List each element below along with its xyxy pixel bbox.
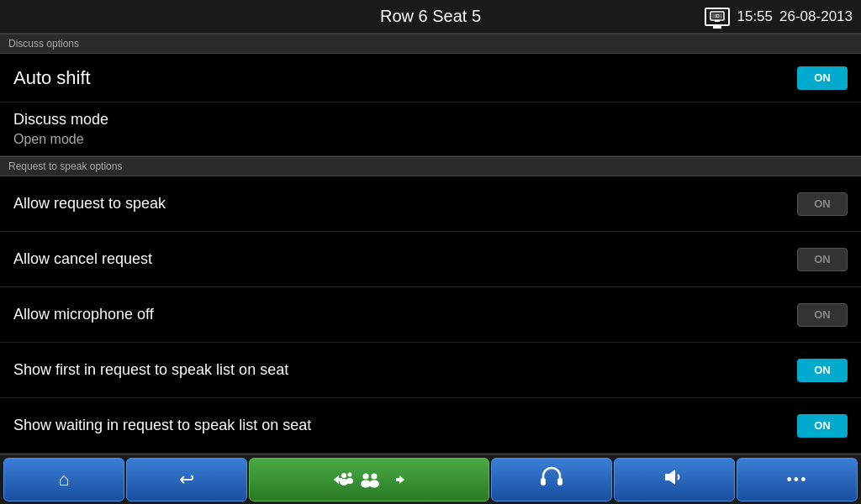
auto-shift-toggle[interactable]: ON: [797, 66, 848, 90]
setting-toggle-allow-cancel[interactable]: ON: [797, 248, 848, 271]
page-title: Row 6 Seat 5: [380, 7, 481, 26]
home-icon: ⌂: [58, 469, 69, 491]
svg-rect-13: [557, 478, 563, 486]
svg-rect-12: [541, 478, 546, 486]
setting-toggle-show-first[interactable]: ON: [797, 359, 848, 382]
svg-point-4: [341, 473, 346, 478]
svg-rect-2: [715, 20, 720, 22]
setting-toggle-show-waiting[interactable]: ON: [797, 414, 848, 438]
setting-row-allow-mic-off[interactable]: Allow microphone offON: [0, 287, 861, 343]
setting-row-show-first[interactable]: Show first in request to speak list on s…: [0, 343, 861, 398]
back-button[interactable]: ↩: [126, 458, 247, 501]
header: Row 6 Seat 5 ID 15:55 26-08-2013: [0, 0, 861, 34]
headphones-icon: [539, 466, 564, 493]
setting-toggle-allow-request[interactable]: ON: [797, 192, 848, 216]
setting-label-show-waiting: Show waiting in request to speak list on…: [13, 417, 311, 434]
header-time: 15:55: [737, 8, 773, 25]
setting-row-allow-cancel[interactable]: Allow cancel requestON: [0, 232, 861, 287]
svg-point-6: [348, 473, 352, 477]
setting-row-show-waiting[interactable]: Show waiting in request to speak list on…: [0, 398, 861, 454]
setting-label-show-first: Show first in request to speak list on s…: [13, 361, 288, 379]
setting-toggle-allow-mic-off[interactable]: ON: [797, 303, 848, 327]
discuss-mode-label: Discuss mode: [13, 111, 848, 129]
svg-point-11: [369, 480, 379, 488]
toolbar: ⌂ ↩: [0, 454, 861, 504]
more-icon: •••: [787, 471, 808, 489]
discuss-options-header: Discuss options: [0, 34, 861, 54]
svg-point-7: [346, 478, 353, 484]
header-date: 26-08-2013: [779, 8, 853, 25]
home-button[interactable]: ⌂: [3, 458, 124, 501]
volume-button[interactable]: [614, 458, 735, 501]
setting-label-allow-mic-off: Allow microphone off: [13, 306, 154, 323]
setting-row-allow-request[interactable]: Allow request to speakON: [0, 176, 861, 232]
svg-point-8: [363, 474, 369, 480]
more-button[interactable]: •••: [737, 458, 858, 501]
headphones-button[interactable]: [491, 458, 612, 501]
setting-label-allow-request: Allow request to speak: [13, 195, 166, 213]
auto-shift-label: Auto shift: [13, 67, 91, 89]
svg-marker-14: [665, 470, 675, 485]
conference-icon: [332, 470, 406, 489]
discuss-mode-row[interactable]: Discuss mode Open mode: [0, 102, 861, 156]
header-info: ID 15:55 26-08-2013: [705, 8, 853, 26]
svg-text:ID: ID: [716, 13, 720, 18]
volume-icon: [662, 466, 687, 493]
request-to-speak-header: Request to speak options: [0, 156, 861, 176]
setting-label-allow-cancel: Allow cancel request: [13, 250, 152, 268]
conference-button[interactable]: [249, 458, 489, 501]
content-area: Discuss options Auto shift ON Discuss mo…: [0, 34, 861, 454]
back-icon: ↩: [179, 469, 194, 491]
auto-shift-row[interactable]: Auto shift ON: [0, 54, 861, 102]
seat-icon: ID: [705, 8, 730, 26]
discuss-mode-value: Open mode: [13, 132, 848, 147]
settings-list: Allow request to speakONAllow cancel req…: [0, 176, 861, 454]
svg-point-10: [372, 474, 378, 480]
